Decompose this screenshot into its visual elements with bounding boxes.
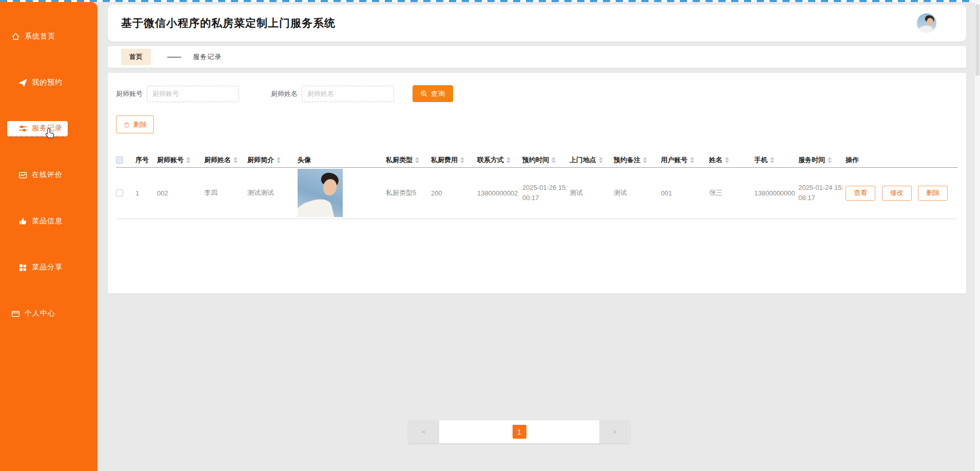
cell-chef-account: 002 xyxy=(157,167,204,219)
breadcrumb-separator: —— xyxy=(167,53,181,61)
sidebar-item-label: 在线评价 xyxy=(32,170,63,180)
avatar-shirt xyxy=(918,25,933,33)
sort-icon[interactable] xyxy=(552,157,556,163)
sidebar-item-home[interactable]: 系统首页 xyxy=(0,29,97,44)
col-user-name[interactable]: 姓名 xyxy=(709,153,754,167)
trash-icon xyxy=(123,121,130,128)
breadcrumb-current: 服务记录 xyxy=(193,52,222,62)
breadcrumb-home[interactable]: 首页 xyxy=(121,49,151,65)
table-row: 1 002 李四 测试测试 私厨类型5 200 13800000002 2 xyxy=(116,167,958,219)
sort-icon[interactable] xyxy=(460,157,464,163)
cell-user-name: 张三 xyxy=(709,167,754,219)
sidebar-item-reservations[interactable]: 我的预约 xyxy=(0,75,97,90)
scrollbar-track[interactable] xyxy=(975,0,980,471)
thumb-up-icon xyxy=(18,217,27,226)
cell-fee: 200 xyxy=(431,167,477,219)
cell-actions: 查看 修改 删除 xyxy=(846,167,958,219)
chef-account-input[interactable] xyxy=(147,86,239,102)
grid-icon xyxy=(18,263,27,272)
col-phone[interactable]: 手机 xyxy=(754,153,798,167)
photo-shirt xyxy=(298,197,335,217)
cell-phone: 13800000000 xyxy=(754,167,798,219)
cell-address: 测试 xyxy=(570,167,614,219)
id-card-icon xyxy=(11,309,20,318)
col-chef-account[interactable]: 厨师账号 xyxy=(157,153,204,167)
main-area: 基于微信小程序的私房菜定制上门服务系统 首页 —— 服务记录 厨师账号 厨师姓名… xyxy=(97,2,973,471)
sort-icon[interactable] xyxy=(690,157,694,163)
sort-icon[interactable] xyxy=(186,157,190,163)
cell-remark: 测试 xyxy=(614,167,661,219)
col-service-time[interactable]: 服务时间 xyxy=(798,153,846,167)
page-title: 基于微信小程序的私房菜定制上门服务系统 xyxy=(121,16,336,30)
sidebar-item-reviews[interactable]: 在线评价 xyxy=(0,167,97,183)
page-1-button[interactable]: 1 xyxy=(513,425,526,439)
home-icon xyxy=(11,32,20,41)
cell-contact: 13800000002 xyxy=(477,167,522,219)
col-kitchen-type[interactable]: 私厨类型 xyxy=(386,153,431,167)
send-icon xyxy=(18,78,27,87)
sidebar-item-label: 个人中心 xyxy=(25,309,55,318)
sliders-icon xyxy=(18,124,27,133)
cell-chef-name: 李四 xyxy=(204,167,247,219)
sidebar-item-label: 菜品信息 xyxy=(32,217,63,226)
col-remark[interactable]: 预约备注 xyxy=(614,153,661,167)
mail-chart-icon xyxy=(18,171,27,180)
col-contact[interactable]: 联系方式 xyxy=(477,153,522,167)
cell-user-account: 001 xyxy=(661,167,709,219)
sort-icon[interactable] xyxy=(415,157,419,163)
sidebar-item-dish-info[interactable]: 菜品信息 xyxy=(0,213,97,229)
col-address[interactable]: 上门地点 xyxy=(570,153,614,167)
col-index: 序号 xyxy=(135,153,157,167)
col-fee[interactable]: 私厨费用 xyxy=(431,153,477,167)
sort-icon[interactable] xyxy=(277,157,281,163)
cell-service-time: 2025-01-24 15:08:17 xyxy=(798,167,846,219)
delete-selected-button[interactable]: 删除 xyxy=(116,115,154,133)
sort-icon[interactable] xyxy=(828,157,832,163)
col-chef-intro[interactable]: 厨师简介 xyxy=(247,153,298,167)
query-button[interactable]: 查询 xyxy=(413,85,453,102)
cell-reserve-time: 2025-01-26 15:00:17 xyxy=(522,167,570,219)
next-page-button[interactable]: > xyxy=(599,420,630,443)
col-reserve-time[interactable]: 预约时间 xyxy=(522,153,570,167)
sidebar-item-dish-share[interactable]: 菜品分享 xyxy=(0,260,97,275)
search-form: 厨师账号 厨师姓名 查询 xyxy=(116,85,958,102)
cell-index: 1 xyxy=(135,167,157,219)
sidebar: 系统首页 我的预约 服务记录 在线评价 菜品信息 菜品分享 个人中心 xyxy=(0,2,97,471)
edit-button[interactable]: 修改 xyxy=(882,186,912,201)
row-checkbox[interactable] xyxy=(116,189,123,197)
col-user-account[interactable]: 用户账号 xyxy=(661,153,709,167)
sort-icon[interactable] xyxy=(770,157,774,163)
sidebar-item-service-records[interactable]: 服务记录 xyxy=(7,121,68,136)
chef-name-input[interactable] xyxy=(302,86,394,102)
delete-row-button[interactable]: 删除 xyxy=(918,186,948,201)
chef-photo xyxy=(298,169,343,217)
col-chef-name[interactable]: 厨师姓名 xyxy=(204,153,247,167)
header-bar: 基于微信小程序的私房菜定制上门服务系统 xyxy=(108,5,966,42)
sidebar-item-label: 菜品分享 xyxy=(32,263,63,272)
view-button[interactable]: 查看 xyxy=(846,186,875,201)
sidebar-item-label: 我的预约 xyxy=(32,78,63,87)
cell-chef-intro: 测试测试 xyxy=(247,167,298,219)
prev-page-button[interactable]: < xyxy=(408,420,439,443)
sidebar-item-label: 系统首页 xyxy=(25,32,55,41)
sidebar-item-profile[interactable]: 个人中心 xyxy=(0,306,97,321)
select-all-checkbox[interactable] xyxy=(116,156,123,164)
sort-icon[interactable] xyxy=(643,157,647,163)
sort-icon[interactable] xyxy=(233,157,238,163)
breadcrumb: 首页 —— 服务记录 xyxy=(108,46,966,68)
service-records-table: 序号 厨师账号 厨师姓名 厨师简介 头像 私厨类型 私厨费用 联系方式 预约时间… xyxy=(116,153,958,219)
content-panel: 厨师账号 厨师姓名 查询 删除 xyxy=(108,73,966,293)
sort-icon[interactable] xyxy=(599,157,603,163)
scrollbar-thumb[interactable] xyxy=(975,4,979,76)
chef-account-label: 厨师账号 xyxy=(116,89,143,99)
sort-icon[interactable] xyxy=(725,157,729,163)
cell-kitchen-type: 私厨类型5 xyxy=(386,167,431,219)
search-zoom-icon xyxy=(420,90,428,97)
col-avatar: 头像 xyxy=(298,153,386,167)
sort-icon[interactable] xyxy=(506,157,511,163)
cell-avatar xyxy=(298,167,386,219)
user-avatar[interactable] xyxy=(917,13,936,33)
table-header-row: 序号 厨师账号 厨师姓名 厨师简介 头像 私厨类型 私厨费用 联系方式 预约时间… xyxy=(116,153,958,167)
chef-name-label: 厨师姓名 xyxy=(271,89,298,99)
mouse-cursor-pointer xyxy=(44,127,57,142)
